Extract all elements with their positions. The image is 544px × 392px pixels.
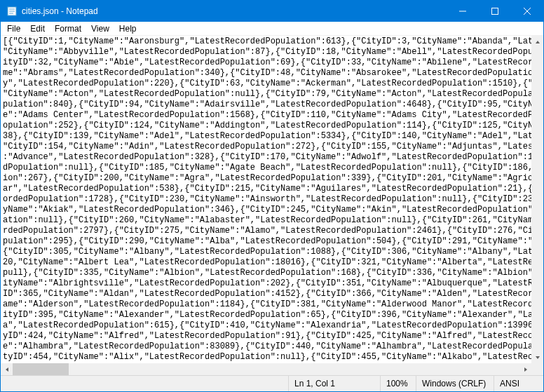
svg-marker-9 <box>536 356 540 359</box>
status-zoom: 100% <box>381 376 416 391</box>
menubar: File Edit Format View Help <box>1 22 543 36</box>
close-button[interactable] <box>511 1 543 22</box>
menu-format[interactable]: Format <box>50 22 86 35</box>
menu-file[interactable]: File <box>2 22 25 35</box>
horizontal-scrollbar[interactable] <box>1 363 531 375</box>
menu-edit[interactable]: Edit <box>25 22 50 35</box>
horizontal-scroll-track[interactable] <box>13 363 519 375</box>
svg-rect-5 <box>492 8 498 15</box>
statusbar: Ln 1, Col 1 100% Windows (CRLF) ANSI <box>1 375 543 391</box>
scroll-down-button[interactable] <box>531 351 543 363</box>
svg-marker-10 <box>6 367 8 372</box>
window-title: cities.json - Notepad <box>22 6 98 16</box>
app-icon <box>6 6 18 17</box>
status-position: Ln 1, Col 1 <box>289 376 380 391</box>
menu-view[interactable]: View <box>86 22 114 35</box>
svg-marker-11 <box>524 367 527 372</box>
status-encoding: ANSI <box>494 376 543 391</box>
editor-area[interactable]: [{"CityID":1,"CityName":"Aaronsburg","La… <box>1 36 543 375</box>
vertical-scroll-track[interactable] <box>531 48 543 351</box>
status-line-ending: Windows (CRLF) <box>416 376 494 391</box>
editor-text[interactable]: [{"CityID":1,"CityName":"Aaronsburg","La… <box>1 36 543 374</box>
minimize-button[interactable] <box>447 1 479 22</box>
notepad-window: cities.json - Notepad File Edit Format V… <box>0 0 544 392</box>
scrollbar-corner <box>531 363 543 375</box>
svg-marker-8 <box>536 41 540 43</box>
titlebar[interactable]: cities.json - Notepad <box>1 1 543 22</box>
scroll-right-button[interactable] <box>519 363 531 375</box>
vertical-scrollbar[interactable] <box>531 36 543 363</box>
horizontal-scroll-thumb[interactable] <box>13 363 69 375</box>
scroll-left-button[interactable] <box>1 363 13 375</box>
menu-help[interactable]: Help <box>114 22 142 35</box>
scroll-up-button[interactable] <box>531 36 543 48</box>
maximize-button[interactable] <box>479 1 511 22</box>
